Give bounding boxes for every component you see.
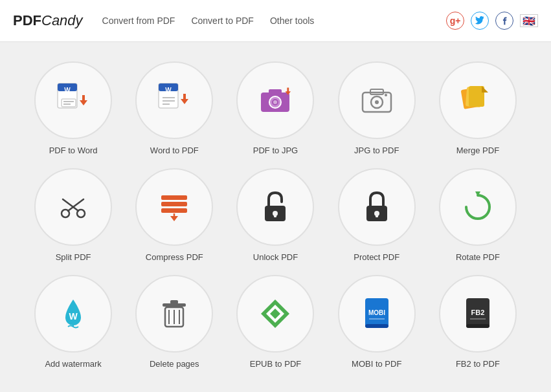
- site-logo[interactable]: PDFCandy: [13, 12, 83, 29]
- svg-rect-43: [170, 300, 178, 304]
- tool-split-pdf[interactable]: Split PDF: [26, 168, 120, 262]
- social-facebook-icon[interactable]: [495, 12, 513, 30]
- svg-rect-30: [161, 202, 187, 206]
- tool-circle-epub-to-pdf: [236, 275, 314, 353]
- nav-other-tools[interactable]: Other tools: [270, 16, 314, 26]
- tool-label-jpg-to-pdf: JPG to PDF: [354, 146, 399, 155]
- tool-pdf-to-word[interactable]: W PDF to Word: [26, 61, 120, 155]
- tool-label-compress-pdf: Compress PDF: [146, 252, 203, 262]
- svg-rect-56: [466, 324, 489, 328]
- tool-circle-merge-pdf: [439, 61, 517, 139]
- tool-label-word-to-pdf: Word to PDF: [150, 146, 199, 155]
- tool-circle-compress-pdf: [135, 168, 213, 246]
- tool-pdf-to-jpg[interactable]: PDF to JPG: [228, 61, 322, 155]
- tool-label-protect-pdf: Protect PDF: [354, 252, 399, 262]
- svg-point-20: [375, 100, 379, 104]
- tool-circle-protect-pdf: [338, 168, 416, 246]
- tool-circle-pdf-to-jpg: [236, 61, 314, 139]
- svg-text:W: W: [69, 311, 78, 321]
- tool-jpg-to-pdf[interactable]: JPG to PDF: [330, 61, 424, 155]
- tool-merge-pdf[interactable]: Merge PDF: [431, 61, 525, 155]
- tool-word-to-pdf[interactable]: W Word to PDF: [127, 61, 221, 155]
- nav-convert-to-pdf[interactable]: Convert to PDF: [191, 16, 253, 26]
- tool-circle-unlock-pdf: [236, 168, 314, 246]
- svg-rect-38: [376, 213, 378, 217]
- tool-label-unlock-pdf: Unlock PDF: [253, 252, 298, 262]
- tool-rotate-pdf[interactable]: Rotate PDF: [431, 168, 525, 262]
- tool-label-merge-pdf: Merge PDF: [456, 146, 499, 155]
- tool-label-pdf-to-word: PDF to Word: [49, 146, 98, 155]
- tool-compress-pdf[interactable]: Compress PDF: [127, 168, 221, 262]
- svg-text:W: W: [64, 87, 71, 94]
- tool-label-epub-to-pdf: EPUB to PDF: [250, 359, 301, 369]
- tool-circle-jpg-to-pdf: [338, 61, 416, 139]
- tools-grid: W PDF to Word W: [26, 61, 525, 369]
- tool-delete-pages[interactable]: Delete pages: [127, 275, 221, 369]
- svg-point-16: [273, 100, 277, 104]
- tool-circle-mobi-to-pdf: MOBI: [338, 275, 416, 353]
- tool-label-split-pdf: Split PDF: [56, 252, 91, 262]
- tool-circle-pdf-to-word: W: [34, 61, 112, 139]
- svg-text:FB2: FB2: [471, 309, 485, 316]
- svg-rect-13: [269, 89, 282, 94]
- tool-protect-pdf[interactable]: Protect PDF: [330, 168, 424, 262]
- tool-epub-to-pdf[interactable]: EPUB to PDF: [228, 275, 322, 369]
- logo-pdf: PDF: [13, 12, 41, 29]
- social-gplus-icon[interactable]: g+: [446, 12, 464, 30]
- site-header: PDFCandy Convert from PDF Convert to PDF…: [0, 0, 551, 42]
- tool-add-watermark[interactable]: W Add watermark: [26, 275, 120, 369]
- tool-circle-delete-pages: [135, 275, 213, 353]
- svg-rect-52: [365, 324, 388, 328]
- tool-label-add-watermark: Add watermark: [45, 359, 101, 369]
- tool-circle-fb2-to-pdf: FB2: [439, 275, 517, 353]
- tool-unlock-pdf[interactable]: Unlock PDF: [228, 168, 322, 262]
- header-social: g+ 🇬🇧: [446, 12, 538, 30]
- tool-label-pdf-to-jpg: PDF to JPG: [253, 146, 298, 155]
- logo-candy: Candy: [41, 12, 83, 29]
- tool-fb2-to-pdf[interactable]: FB2 FB2 to PDF: [431, 275, 525, 369]
- svg-text:MOBI: MOBI: [368, 309, 385, 316]
- tool-mobi-to-pdf[interactable]: MOBI MOBI to PDF: [330, 275, 424, 369]
- tool-circle-split-pdf: [34, 168, 112, 246]
- social-twitter-icon[interactable]: [471, 12, 489, 30]
- tool-circle-word-to-pdf: W: [135, 61, 213, 139]
- svg-rect-31: [161, 208, 187, 213]
- tool-circle-rotate-pdf: [439, 168, 517, 246]
- svg-rect-35: [274, 213, 276, 217]
- tool-label-delete-pages: Delete pages: [150, 359, 199, 369]
- svg-rect-29: [161, 195, 187, 200]
- language-flag[interactable]: 🇬🇧: [520, 14, 538, 27]
- nav-convert-from-pdf[interactable]: Convert from PDF: [102, 16, 175, 26]
- svg-text:W: W: [166, 87, 172, 94]
- tool-label-rotate-pdf: Rotate PDF: [456, 252, 500, 262]
- tool-label-mobi-to-pdf: MOBI to PDF: [352, 359, 401, 369]
- tool-circle-add-watermark: W: [34, 275, 112, 353]
- main-nav: Convert from PDF Convert to PDF Other to…: [102, 16, 446, 26]
- tool-label-fb2-to-pdf: FB2 to PDF: [456, 359, 500, 369]
- main-content: W PDF to Word W: [0, 42, 551, 388]
- svg-point-21: [385, 94, 387, 96]
